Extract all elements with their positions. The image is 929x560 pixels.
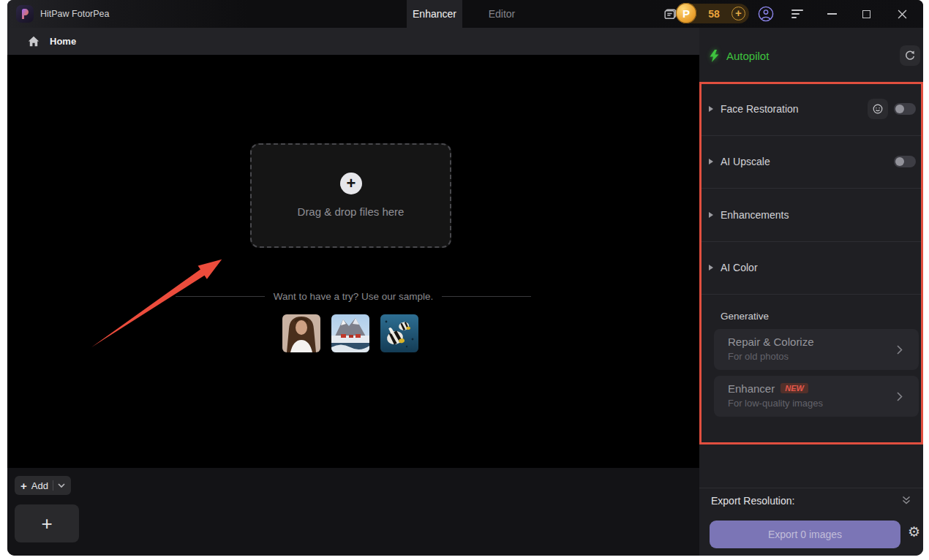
add-image-tile-button[interactable]: + xyxy=(15,504,79,542)
workspace-canvas: + Drag & drop files here Want to have a … xyxy=(7,55,699,468)
face-restoration-toggle[interactable] xyxy=(894,103,916,115)
smiley-icon xyxy=(872,103,884,115)
sample-heading: Want to have a try? Use our sample. xyxy=(274,291,434,302)
plus-icon: + xyxy=(20,480,27,491)
home-label[interactable]: Home xyxy=(50,36,76,47)
card-title: Repair & Colorize xyxy=(728,336,814,348)
credits-count: 58 xyxy=(696,8,731,20)
generative-heading: Generative xyxy=(721,311,769,322)
sample-heading-row: Want to have a try? Use our sample. xyxy=(7,291,699,302)
annotation-arrow xyxy=(7,55,699,468)
panel-label: Enhancements xyxy=(721,209,789,221)
divider xyxy=(699,294,923,295)
card-enhancer[interactable]: EnhancerNEW For low-quality images xyxy=(714,376,919,417)
caret-right-icon[interactable] xyxy=(709,106,713,112)
autopilot-label: Autopilot xyxy=(726,50,769,62)
toggle-knob xyxy=(895,105,904,113)
sample-thumbnails xyxy=(282,314,418,352)
dropzone-plus-icon[interactable]: + xyxy=(340,173,362,194)
maximize-button[interactable] xyxy=(862,0,871,28)
autopilot-row[interactable]: Autopilot xyxy=(710,45,769,66)
divider xyxy=(699,488,923,488)
panel-label: Face Restoration xyxy=(721,103,799,115)
tab-enhancer[interactable]: Enhancer xyxy=(407,0,462,28)
panel-ai-color[interactable]: AI Color xyxy=(699,241,923,294)
sample-thumb-mountain[interactable] xyxy=(331,314,369,352)
close-button[interactable] xyxy=(897,0,907,28)
button-divider xyxy=(53,480,53,491)
lightning-icon xyxy=(710,50,719,62)
divider-line xyxy=(176,296,265,297)
sample-thumb-fish[interactable] xyxy=(380,314,418,352)
home-icon[interactable] xyxy=(28,36,40,47)
export-button[interactable]: Export 0 images xyxy=(710,521,900,548)
add-button[interactable]: + Add xyxy=(15,476,71,495)
menu-icon[interactable] xyxy=(791,0,805,28)
dropzone[interactable] xyxy=(250,143,451,248)
chevron-down-icon[interactable] xyxy=(58,483,65,488)
chevron-right-icon xyxy=(897,392,903,401)
gear-icon[interactable]: ⚙ xyxy=(908,525,920,539)
dropzone-text: Drag & drop files here xyxy=(250,205,451,218)
toggle-knob xyxy=(895,157,904,166)
add-button-label: Add xyxy=(31,480,48,491)
caret-right-icon[interactable] xyxy=(709,159,713,164)
caret-right-icon[interactable] xyxy=(709,212,713,218)
panel-ai-upscale[interactable]: AI Upscale xyxy=(699,135,923,188)
panel-face-restoration[interactable]: Face Restoration xyxy=(699,83,923,135)
panel-enhancements[interactable]: Enhancements xyxy=(699,189,923,241)
tab-editor[interactable]: Editor xyxy=(474,0,530,28)
add-credits-icon[interactable]: + xyxy=(731,7,745,20)
app-title: HitPaw FotorPea xyxy=(40,0,109,28)
filmstrip-bar: + Add + xyxy=(7,468,699,556)
export-resolution-label: Export Resolution: xyxy=(711,495,794,507)
card-title: Enhancer xyxy=(728,382,775,395)
caret-right-icon[interactable] xyxy=(709,265,713,270)
panel-label: AI Color xyxy=(721,262,758,273)
new-badge: NEW xyxy=(781,383,808,393)
panel-label: AI Upscale xyxy=(721,156,770,167)
account-avatar-icon[interactable] xyxy=(758,0,774,28)
chevron-right-icon xyxy=(897,345,903,355)
app-logo-icon xyxy=(16,5,34,23)
face-preview-button[interactable] xyxy=(868,99,888,119)
titlebar: HitPaw FotorPea Enhancer Editor P 58 + xyxy=(7,0,923,28)
card-repair-colorize[interactable]: Repair & Colorize For old photos xyxy=(714,329,919,370)
home-bar: Home xyxy=(7,28,699,55)
card-subtitle: For old photos xyxy=(728,351,919,362)
enhance-sidebar: Autopilot Face Restoration xyxy=(699,28,923,556)
app-window: HitPaw FotorPea Enhancer Editor P 58 + xyxy=(7,0,923,556)
coin-icon: P xyxy=(676,3,696,23)
refresh-icon xyxy=(904,50,916,61)
double-chevron-down-icon[interactable] xyxy=(901,496,911,505)
ai-upscale-toggle[interactable] xyxy=(894,156,916,167)
minimize-button[interactable] xyxy=(827,0,837,28)
card-subtitle: For low-quality images xyxy=(728,398,919,409)
credits-pill[interactable]: P 58 + xyxy=(677,4,749,23)
divider-line xyxy=(442,296,531,297)
reset-button[interactable] xyxy=(900,45,920,66)
sample-thumb-portrait[interactable] xyxy=(282,314,320,352)
